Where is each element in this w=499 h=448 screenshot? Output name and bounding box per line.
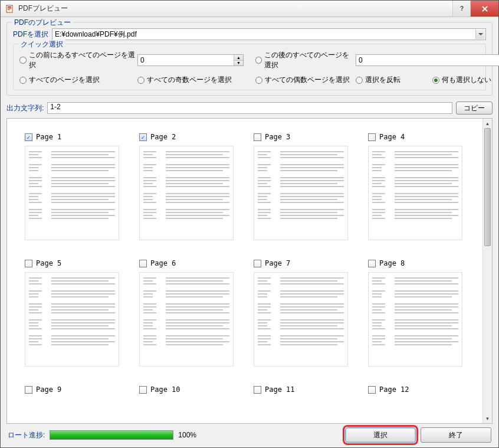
page-checkbox[interactable]: [139, 386, 147, 394]
footer: ロート進捗: 100% 選択 終了: [6, 424, 493, 443]
page-thumbnail-image: [139, 146, 234, 240]
page-thumbnail-image: [254, 146, 348, 240]
page-checkbox[interactable]: [25, 133, 32, 141]
page-thumbnail[interactable]: Page 7: [254, 258, 354, 367]
vertical-scrollbar[interactable]: ▲ ▼: [482, 119, 492, 423]
scrollbar-thumb[interactable]: [484, 128, 491, 246]
radio-select-before[interactable]: この前にあるすべてのページを選択: [19, 50, 137, 70]
chevron-up-icon[interactable]: ▲: [483, 119, 492, 128]
radio-icon: [19, 77, 27, 84]
page-checkbox[interactable]: [139, 133, 147, 141]
radio-icon: [137, 77, 145, 84]
page-label: Page 10: [150, 385, 180, 394]
page-thumbnail-image: [25, 272, 119, 367]
page-label: Page 4: [379, 133, 405, 141]
select-button[interactable]: 選択: [345, 427, 416, 443]
radio-select-even[interactable]: すべての偶数ページを選択: [255, 75, 356, 85]
page-label: Page 8: [379, 259, 405, 267]
preview-scroll[interactable]: Page 1Page 2Page 3Page 4Page 5Page 6Page…: [8, 120, 482, 422]
svg-text:?: ?: [459, 6, 463, 12]
page-label: Page 9: [36, 385, 61, 394]
page-label: Page 3: [265, 133, 290, 141]
chevron-up-icon[interactable]: ▲: [234, 55, 243, 61]
chevron-down-icon[interactable]: ▼: [483, 414, 492, 423]
page-label: Page 7: [265, 259, 290, 267]
radio-icon: [255, 57, 262, 64]
page-checkbox[interactable]: [25, 260, 32, 267]
spinner-after[interactable]: 0 ▲▼: [356, 54, 499, 66]
page-checkbox[interactable]: [254, 386, 261, 394]
quick-legend: クイック選択: [18, 40, 65, 50]
window-title: PDFプレビュー: [18, 4, 452, 14]
page-checkbox[interactable]: [368, 260, 376, 267]
page-thumbnail-image: [254, 272, 348, 367]
radio-icon: [356, 77, 363, 84]
load-progress-bar: [50, 430, 173, 440]
pdf-preview-group: PDFのプレビュー PDFを選択 E:¥download¥PDF¥例.pdf ク…: [6, 22, 493, 96]
chevron-down-icon[interactable]: ▼: [234, 61, 243, 66]
svg-rect-2: [8, 8, 11, 9]
pages-grid: Page 1Page 2Page 3Page 4Page 5Page 6Page…: [25, 132, 477, 395]
output-string-input[interactable]: 1-2: [47, 102, 452, 114]
pdf-path-value: E:¥download¥PDF¥例.pdf: [55, 30, 137, 40]
select-pdf-label: PDFを選択: [13, 30, 48, 40]
titlebar: PDFプレビュー ?: [1, 1, 498, 17]
page-thumbnail-image: [139, 272, 234, 367]
page-thumbnail[interactable]: Page 6: [139, 258, 239, 367]
page-thumbnail[interactable]: Page 4: [368, 132, 468, 240]
page-thumbnail[interactable]: Page 10: [139, 384, 239, 395]
page-label: Page 12: [379, 385, 409, 394]
content-area: PDFのプレビュー PDFを選択 E:¥download¥PDF¥例.pdf ク…: [1, 17, 498, 447]
page-thumbnail-image: [368, 146, 462, 240]
radio-select-after[interactable]: この後のすべてのページを選択: [255, 50, 356, 70]
page-thumbnail[interactable]: Page 2: [139, 132, 239, 240]
page-thumbnail[interactable]: Page 9: [25, 384, 125, 395]
copy-button[interactable]: コピー: [456, 102, 493, 115]
page-thumbnail[interactable]: Page 12: [368, 384, 468, 395]
radio-select-none[interactable]: 何も選択しない: [432, 75, 499, 85]
radio-icon: [432, 77, 439, 84]
page-label: Page 6: [150, 259, 176, 267]
pdf-path-combo[interactable]: E:¥download¥PDF¥例.pdf: [52, 28, 486, 40]
page-checkbox[interactable]: [368, 133, 376, 141]
radio-icon: [19, 57, 27, 64]
page-label: Page 11: [265, 385, 295, 394]
page-thumbnail-image: [25, 146, 119, 240]
page-checkbox[interactable]: [368, 386, 376, 394]
app-icon: [5, 4, 15, 14]
window-buttons: ?: [452, 1, 498, 17]
page-thumbnail-image: [368, 272, 462, 367]
page-thumbnail[interactable]: Page 8: [368, 258, 468, 367]
close-button[interactable]: [470, 1, 498, 17]
svg-rect-3: [8, 9, 10, 10]
page-thumbnail[interactable]: Page 5: [25, 258, 125, 367]
svg-rect-1: [8, 6, 11, 8]
page-label: Page 2: [150, 133, 176, 141]
quick-select-group: クイック選択 この前にあるすべてのページを選択 0 ▲▼ この後のすべてのページ…: [13, 44, 486, 90]
chevron-down-icon[interactable]: [475, 30, 485, 39]
page-thumbnail[interactable]: Page 1: [25, 132, 125, 240]
page-checkbox[interactable]: [254, 260, 261, 267]
group-legend: PDFのプレビュー: [12, 18, 73, 28]
output-label: 出力文字列:: [6, 103, 44, 113]
exit-button[interactable]: 終了: [421, 427, 491, 443]
radio-select-all[interactable]: すべてのページを選択: [19, 75, 137, 85]
pdf-preview-window: PDFプレビュー ? PDFのプレビュー PDFを選択 E:¥download¥…: [0, 0, 499, 448]
page-thumbnail[interactable]: Page 3: [254, 132, 354, 240]
progress-text: 100%: [178, 431, 196, 439]
help-button[interactable]: ?: [452, 1, 470, 17]
page-checkbox[interactable]: [139, 260, 147, 267]
radio-select-odd[interactable]: すべての奇数ページを選択: [137, 75, 255, 85]
page-label: Page 5: [36, 259, 61, 267]
page-checkbox[interactable]: [254, 133, 261, 141]
preview-area: Page 1Page 2Page 3Page 4Page 5Page 6Page…: [6, 118, 493, 424]
spinner-before[interactable]: 0 ▲▼: [137, 54, 244, 66]
output-row: 出力文字列: 1-2 コピー: [6, 102, 493, 115]
page-label: Page 1: [36, 133, 61, 141]
radio-invert[interactable]: 選択を反転: [356, 75, 432, 85]
page-thumbnail[interactable]: Page 11: [254, 384, 354, 395]
page-checkbox[interactable]: [25, 386, 32, 394]
progress-label: ロート進捗:: [8, 430, 45, 440]
radio-icon: [255, 77, 262, 84]
